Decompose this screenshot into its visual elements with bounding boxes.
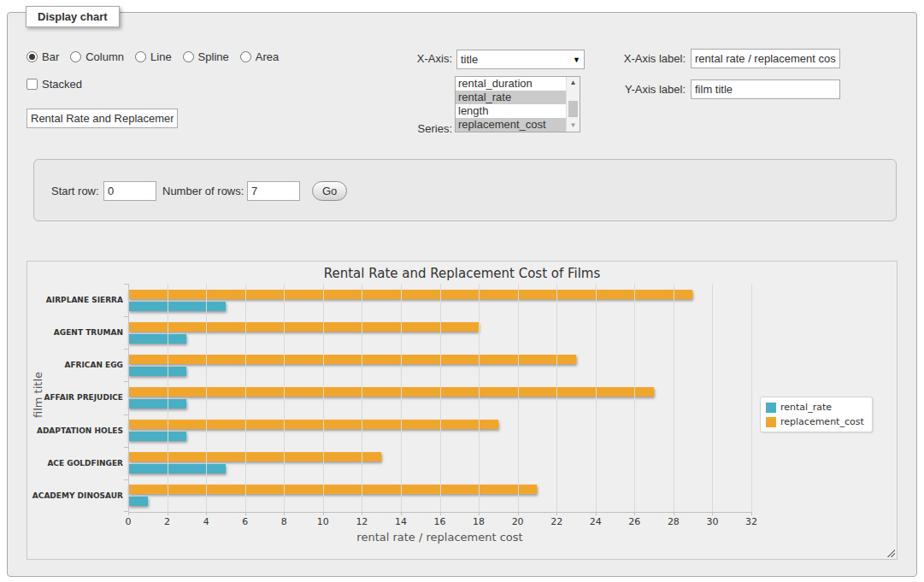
series-option-rental_rate[interactable]: rental_rate	[456, 91, 567, 104]
category-tick	[124, 316, 128, 317]
x-tick-label: 26	[628, 516, 640, 527]
bar-rental_rate[interactable]	[128, 497, 148, 506]
bar-rental_rate[interactable]	[128, 432, 186, 441]
axis-tick	[362, 512, 362, 515]
category-tick	[124, 381, 128, 382]
category-label: ADAPTATION HOLES	[37, 426, 123, 435]
chart-type-label: Line	[150, 50, 172, 63]
gridline	[128, 284, 129, 512]
resize-handle-icon[interactable]	[886, 548, 895, 557]
start-row-label: Start row:	[51, 185, 99, 197]
category-label: AIRPLANE SIERRA	[46, 296, 123, 304]
gridline	[596, 284, 597, 512]
start-row-input[interactable]	[103, 181, 156, 201]
category-tick	[124, 414, 128, 415]
legend-swatch	[766, 417, 776, 427]
legend-item-rental_rate[interactable]: rental_rate	[766, 402, 864, 413]
chart: Rental Rate and Replacement Cost of Film…	[26, 261, 898, 560]
series-option-length[interactable]: length	[456, 104, 567, 118]
legend-label: replacement_cost	[780, 416, 864, 427]
bar-rental_rate[interactable]	[128, 302, 226, 311]
bar-rental_rate[interactable]	[128, 464, 226, 473]
x-axis-label-input[interactable]	[691, 49, 840, 68]
axis-tick	[245, 512, 246, 515]
number-of-rows-input[interactable]	[247, 181, 300, 201]
gridline	[674, 284, 674, 512]
bar-replacement_cost[interactable]	[128, 420, 498, 429]
x-tick-label: 16	[434, 516, 446, 527]
gridline	[751, 284, 752, 512]
go-button[interactable]: Go	[312, 181, 347, 201]
legend-items: rental_ratereplacement_cost	[766, 402, 864, 427]
chart-type-label: Area	[256, 50, 279, 63]
bar-replacement_cost[interactable]	[128, 387, 654, 397]
scrollbar-down-icon[interactable]: ▼	[567, 120, 580, 132]
gridline	[284, 284, 285, 512]
bar-replacement_cost[interactable]	[128, 485, 537, 494]
stacked-checkbox[interactable]: Stacked	[26, 78, 82, 91]
gridline	[206, 284, 207, 512]
x-tick-label: 32	[745, 516, 757, 527]
gridline	[401, 284, 402, 512]
radio-icon	[135, 51, 146, 62]
radio-icon	[240, 51, 251, 62]
chart-type-area[interactable]: Area	[240, 50, 279, 63]
chart-type-column[interactable]: Column	[70, 50, 124, 63]
x-tick-label: 24	[590, 516, 602, 527]
series-option-replacement_cost[interactable]: replacement_cost	[456, 118, 567, 132]
x-tick-label: 14	[395, 516, 407, 527]
axis-tick	[674, 512, 674, 515]
x-tick-label: 6	[242, 516, 248, 527]
x-tick-label: 30	[706, 516, 718, 527]
axis-tick	[634, 512, 635, 515]
scrollbar-thumb[interactable]	[568, 101, 578, 117]
bar-replacement_cost[interactable]	[128, 290, 692, 299]
x-tick-label: 12	[356, 516, 368, 527]
x-tick-label: 10	[317, 516, 329, 527]
chart-title-input[interactable]	[26, 109, 178, 128]
category-tick	[124, 284, 128, 285]
gridline	[518, 284, 519, 512]
bar-replacement_cost[interactable]	[128, 355, 576, 364]
gridline	[712, 284, 713, 512]
x-axis-select[interactable]: title ▼	[456, 50, 585, 69]
category-label: AFRICAN EGG	[64, 361, 123, 369]
gridline	[168, 284, 168, 512]
x-tick-label: 8	[281, 516, 287, 527]
axis-tick	[206, 512, 207, 515]
category-label: ACADEMY DINOSAUR	[32, 491, 123, 500]
y-axis-title: film title	[32, 372, 44, 418]
chart-type-spline[interactable]: Spline	[183, 50, 229, 63]
chart-type-bar[interactable]: Bar	[26, 50, 59, 63]
panel-title: Display chart	[26, 6, 120, 27]
x-axis-selected-value: title	[461, 53, 478, 66]
chart-type-line[interactable]: Line	[135, 50, 172, 63]
scrollbar-up-icon[interactable]: ▲	[567, 77, 580, 89]
x-axis-select-label: X-Axis:	[367, 52, 452, 65]
chart-type-label: Column	[85, 50, 124, 63]
axis-tick	[401, 512, 402, 515]
chart-legend: rental_ratereplacement_cost	[760, 397, 873, 432]
legend-item-replacement_cost[interactable]: replacement_cost	[766, 416, 864, 427]
scrollbar[interactable]: ▲ ▼	[566, 77, 580, 132]
y-axis-label-input[interactable]	[691, 79, 840, 99]
axis-tick	[440, 512, 441, 515]
bar-replacement_cost[interactable]	[128, 322, 479, 332]
x-tick-label: 22	[550, 516, 562, 527]
legend-label: rental_rate	[780, 402, 832, 413]
series-listbox[interactable]: rental_durationrental_ratelengthreplacem…	[455, 76, 580, 132]
radio-icon	[26, 51, 38, 62]
x-tick-label: 0	[126, 516, 132, 527]
gridline	[556, 284, 557, 512]
display-chart-panel: Display chart BarColumnLineSplineArea St…	[7, 12, 917, 577]
bar-rental_rate[interactable]	[128, 399, 186, 409]
number-of-rows-label: Number of rows:	[162, 185, 244, 197]
category-tick	[124, 349, 128, 350]
axis-tick	[596, 512, 597, 515]
x-tick-label: 4	[203, 516, 209, 527]
bar-replacement_cost[interactable]	[128, 452, 381, 461]
bar-rental_rate[interactable]	[128, 367, 186, 376]
series-option-rental_duration[interactable]: rental_duration	[456, 77, 567, 91]
chart-type-radio-group: BarColumnLineSplineArea	[26, 50, 279, 63]
bar-rental_rate[interactable]	[128, 334, 186, 344]
